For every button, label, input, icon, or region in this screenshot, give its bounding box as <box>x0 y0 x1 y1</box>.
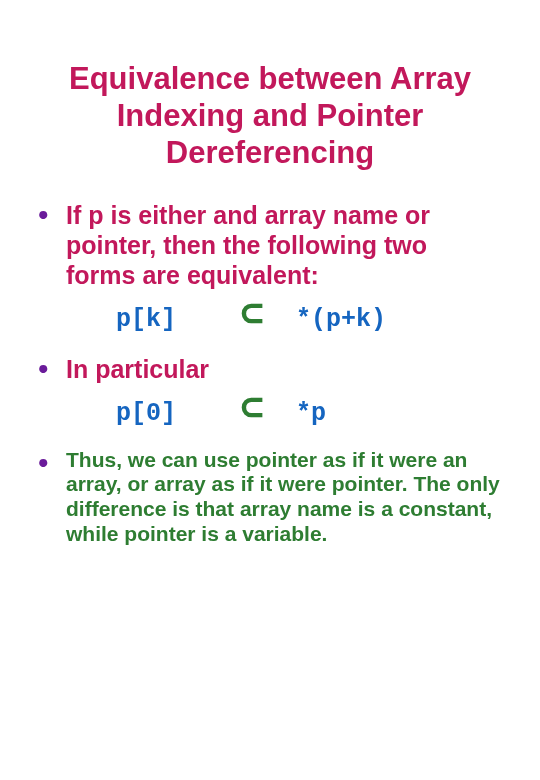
code-left-1: p[0] <box>116 399 208 428</box>
bullet-item-2: Thus, we can use pointer as if it were a… <box>38 448 502 547</box>
bullet-text-2: Thus, we can use pointer as if it were a… <box>66 448 502 547</box>
slide-container: Equivalence between Array Indexing and P… <box>0 0 540 595</box>
bullet-item-1: In particular p[0] ⊂ *p <box>38 354 502 430</box>
code-right-1: *p <box>296 399 326 428</box>
equiv-icon: ⊂ <box>234 300 270 332</box>
code-left-0: p[k] <box>116 305 208 334</box>
bullet-item-0: If p is either and array name or pointer… <box>38 200 502 336</box>
bullet-text-0: If p is either and array name or pointer… <box>66 200 502 290</box>
bullet-list: If p is either and array name or pointer… <box>38 200 502 547</box>
slide-title: Equivalence between Array Indexing and P… <box>38 60 502 172</box>
equiv-icon: ⊂ <box>234 394 270 426</box>
code-right-0: *(p+k) <box>296 305 386 334</box>
bullet-text-1: In particular <box>66 354 502 384</box>
equiv-row-0: p[k] ⊂ *(p+k) <box>116 304 502 336</box>
equiv-row-1: p[0] ⊂ *p <box>116 398 502 430</box>
